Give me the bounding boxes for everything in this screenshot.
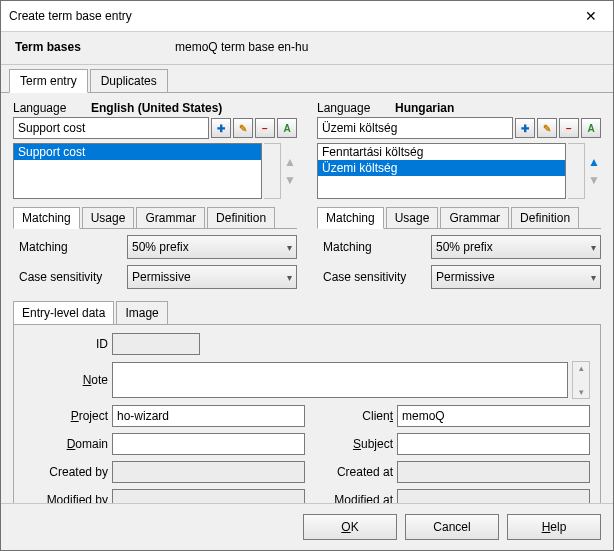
scrollbar[interactable]: ▴▾ xyxy=(572,361,590,399)
main-tabbar: Term entry Duplicates xyxy=(1,65,613,93)
header-label: Term bases xyxy=(15,40,165,54)
modifiedat-field xyxy=(397,489,590,503)
language-label: Language xyxy=(317,101,387,115)
language-name: English (United States) xyxy=(91,101,297,115)
itab-matching[interactable]: Matching xyxy=(317,207,384,229)
move-up-icon[interactable]: ▲ xyxy=(284,155,296,169)
modifiedat-label: Modified at xyxy=(309,493,393,503)
chevron-down-icon: ▾ xyxy=(287,272,292,283)
language-columns: Language English (United States) ✚ ✎ − A… xyxy=(13,101,601,289)
term-list-source[interactable]: Support cost xyxy=(13,143,262,199)
add-term-icon[interactable]: ✚ xyxy=(515,118,535,138)
case-label: Case sensitivity xyxy=(13,270,121,284)
term-list-target[interactable]: Fenntartási költség Üzemi költség xyxy=(317,143,566,199)
client-field[interactable] xyxy=(397,405,590,427)
ok-button[interactable]: OK xyxy=(303,514,397,540)
entry-level-section: Entry-level data Image ID Note ▴▾ Projec… xyxy=(13,301,601,503)
createdby-label: Created by xyxy=(24,465,108,479)
modifiedby-label: Modified by xyxy=(24,493,108,503)
createdat-label: Created at xyxy=(309,465,393,479)
note-label: Note xyxy=(24,373,108,387)
subject-field[interactable] xyxy=(397,433,590,455)
tab-duplicates[interactable]: Duplicates xyxy=(90,69,168,93)
term-options-icon[interactable]: A xyxy=(581,118,601,138)
language-label: Language xyxy=(13,101,83,115)
case-label: Case sensitivity xyxy=(317,270,425,284)
term-options-icon[interactable]: A xyxy=(277,118,297,138)
language-name: Hungarian xyxy=(395,101,601,115)
matching-label: Matching xyxy=(13,240,121,254)
help-button[interactable]: Help xyxy=(507,514,601,540)
titlebar: Create term base entry ✕ xyxy=(1,1,613,32)
footer: OK Cancel Help xyxy=(1,503,613,550)
matching-select[interactable]: 50% prefix▾ xyxy=(127,235,297,259)
list-item[interactable]: Üzemi költség xyxy=(318,160,565,176)
client-label: Client xyxy=(309,409,393,423)
inner-tabs-source: Matching Usage Grammar Definition xyxy=(13,207,297,229)
itab-grammar[interactable]: Grammar xyxy=(440,207,509,229)
tab-entry-level-data[interactable]: Entry-level data xyxy=(13,301,114,324)
subject-label: Subject xyxy=(309,437,393,451)
itab-matching[interactable]: Matching xyxy=(13,207,80,229)
chevron-down-icon: ▾ xyxy=(287,242,292,253)
window-title: Create term base entry xyxy=(9,9,571,23)
list-item[interactable]: Fenntartási költség xyxy=(318,144,565,160)
move-down-icon[interactable]: ▼ xyxy=(284,173,296,187)
term-input-source[interactable] xyxy=(13,117,209,139)
itab-usage[interactable]: Usage xyxy=(386,207,439,229)
itab-definition[interactable]: Definition xyxy=(511,207,579,229)
content: Language English (United States) ✚ ✎ − A… xyxy=(1,93,613,503)
project-field[interactable] xyxy=(112,405,305,427)
matching-label: Matching xyxy=(317,240,425,254)
tab-term-entry[interactable]: Term entry xyxy=(9,69,88,93)
id-field xyxy=(112,333,200,355)
createdby-field xyxy=(112,461,305,483)
scrollbar[interactable] xyxy=(568,143,585,199)
header: Term bases memoQ term base en-hu xyxy=(1,32,613,65)
move-down-icon[interactable]: ▼ xyxy=(588,173,600,187)
close-icon[interactable]: ✕ xyxy=(571,5,611,27)
edit-term-icon[interactable]: ✎ xyxy=(537,118,557,138)
itab-grammar[interactable]: Grammar xyxy=(136,207,205,229)
note-field[interactable] xyxy=(112,362,568,398)
delete-term-icon[interactable]: − xyxy=(255,118,275,138)
domain-label: Domain xyxy=(24,437,108,451)
cancel-button[interactable]: Cancel xyxy=(405,514,499,540)
project-label: Project xyxy=(24,409,108,423)
chevron-down-icon: ▾ xyxy=(591,242,596,253)
dialog-create-term-base-entry: Create term base entry ✕ Term bases memo… xyxy=(0,0,614,551)
itab-definition[interactable]: Definition xyxy=(207,207,275,229)
delete-term-icon[interactable]: − xyxy=(559,118,579,138)
header-value: memoQ term base en-hu xyxy=(175,40,308,54)
add-term-icon[interactable]: ✚ xyxy=(211,118,231,138)
edit-term-icon[interactable]: ✎ xyxy=(233,118,253,138)
scrollbar[interactable] xyxy=(264,143,281,199)
case-select[interactable]: Permissive▾ xyxy=(127,265,297,289)
move-up-icon[interactable]: ▲ xyxy=(588,155,600,169)
matching-select[interactable]: 50% prefix▾ xyxy=(431,235,601,259)
modifiedby-field xyxy=(112,489,305,503)
lang-col-source: Language English (United States) ✚ ✎ − A… xyxy=(13,101,297,289)
createdat-field xyxy=(397,461,590,483)
inner-tabs-target: Matching Usage Grammar Definition xyxy=(317,207,601,229)
case-select[interactable]: Permissive▾ xyxy=(431,265,601,289)
term-input-target[interactable] xyxy=(317,117,513,139)
tab-image[interactable]: Image xyxy=(116,301,167,324)
lang-col-target: Language Hungarian ✚ ✎ − A Fenntartási k… xyxy=(317,101,601,289)
domain-field[interactable] xyxy=(112,433,305,455)
itab-usage[interactable]: Usage xyxy=(82,207,135,229)
id-label: ID xyxy=(24,337,108,351)
chevron-down-icon: ▾ xyxy=(591,272,596,283)
list-item[interactable]: Support cost xyxy=(14,144,261,160)
